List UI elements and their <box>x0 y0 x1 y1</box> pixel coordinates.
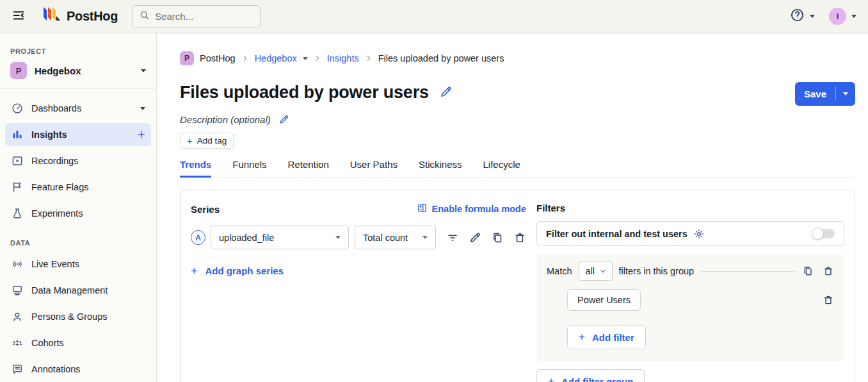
data-management-icon <box>11 284 24 297</box>
tab-lifecycle[interactable]: Lifecycle <box>483 159 520 178</box>
edit-description-pencil-icon[interactable] <box>278 114 289 125</box>
sidebar-item-cohorts[interactable]: Cohorts <box>5 331 151 354</box>
pencil-icon[interactable] <box>469 231 481 244</box>
tab-retention[interactable]: Retention <box>288 159 329 178</box>
plus-icon: + <box>548 375 554 382</box>
sidebar-item-label: Feature Flags <box>31 182 88 192</box>
query-editor-panel: Series Enable formula mode <box>180 190 855 382</box>
top-bar: PostHog I <box>0 0 868 33</box>
breadcrumb-item-hedgebox[interactable]: Hedgebox <box>255 53 297 63</box>
match-suffix-label: filters in this group <box>619 266 695 276</box>
chevron-right-icon <box>365 54 373 62</box>
tab-user-paths[interactable]: User Paths <box>350 159 398 178</box>
series-section: Series Enable formula mode <box>181 190 536 382</box>
tab-trends[interactable]: Trends <box>180 159 211 178</box>
chevron-down-icon <box>335 236 341 239</box>
add-tag-label: Add tag <box>197 136 227 145</box>
filter-icon[interactable] <box>446 231 459 244</box>
breadcrumb-item-insights[interactable]: Insights <box>327 53 359 63</box>
posthog-logo[interactable]: PostHog <box>42 7 118 26</box>
internal-users-filter-row: Filter out internal and test users <box>536 221 844 246</box>
new-insight-plus-icon[interactable]: + <box>138 128 145 141</box>
cohort-filter-chip[interactable]: Power Users <box>567 289 641 311</box>
page-title: Files uploaded by power users <box>180 82 429 103</box>
sidebar-section-project: PROJECT <box>10 47 146 55</box>
sidebar-section-data: DATA <box>10 239 146 247</box>
add-graph-series-label: Add graph series <box>205 265 284 276</box>
sidebar-item-feature-flags[interactable]: Feature Flags <box>5 176 151 199</box>
logo-wordmark: PostHog <box>67 9 118 24</box>
tab-funnels[interactable]: Funnels <box>232 159 266 178</box>
enable-formula-mode-link[interactable]: Enable formula mode <box>417 203 526 215</box>
help-menu[interactable] <box>790 8 815 25</box>
sidebar-item-data-management[interactable]: Data Management <box>5 279 151 302</box>
search-icon <box>139 10 150 23</box>
trash-icon[interactable] <box>823 265 834 277</box>
project-name: Hedgebox <box>35 65 133 76</box>
flag-icon <box>11 181 24 194</box>
filters-heading: Filters <box>536 203 844 213</box>
chevron-down-icon <box>599 267 607 275</box>
aggregation-select[interactable]: Total count <box>355 226 436 249</box>
duplicate-icon[interactable] <box>491 231 504 244</box>
sidebar-item-label: Annotations <box>31 364 81 374</box>
breadcrumb-project-caret-icon[interactable] <box>303 57 308 60</box>
sidebar-item-label: Cohorts <box>31 338 64 348</box>
add-filter-button[interactable]: + Add filter <box>567 325 646 349</box>
sidebar-item-experiments[interactable]: Experiments <box>5 202 151 225</box>
breadcrumb-item-posthog[interactable]: PostHog <box>200 53 236 63</box>
account-menu[interactable]: I <box>829 8 856 25</box>
sidebar-item-dashboards[interactable]: Dashboards <box>5 97 151 120</box>
cohorts-icon <box>11 336 24 349</box>
enable-formula-mode-label: Enable formula mode <box>432 204 526 214</box>
filter-chip-row: Power Users <box>567 289 834 311</box>
save-options-button[interactable] <box>836 92 855 96</box>
add-filter-group-button[interactable]: + Add filter group <box>536 369 645 382</box>
formula-icon <box>417 203 428 215</box>
sidebar-item-label: Recordings <box>31 156 78 166</box>
bar-chart-icon <box>11 128 24 141</box>
main-content: P PostHog Hedgebox Insights Files upload… <box>157 33 868 382</box>
add-graph-series-button[interactable]: + Add graph series <box>191 265 526 276</box>
global-search[interactable] <box>132 5 261 28</box>
sidebar-item-insights[interactable]: Insights + <box>5 123 151 146</box>
match-prefix-label: Match <box>547 266 572 276</box>
save-button[interactable]: Save <box>795 82 855 106</box>
sidebar-item-persons-groups[interactable]: Persons & Groups <box>5 305 151 328</box>
gear-icon[interactable] <box>693 228 705 240</box>
project-switcher[interactable]: P Hedgebox <box>0 61 156 80</box>
project-badge: P <box>10 62 27 79</box>
tab-stickiness[interactable]: Stickiness <box>419 159 462 178</box>
add-filter-label: Add filter <box>592 332 634 343</box>
sidebar-item-label: Dashboards <box>31 103 81 113</box>
plus-icon: + <box>191 266 198 276</box>
sidebar-item-live-events[interactable]: Live Events <box>5 253 151 276</box>
add-tag-button[interactable]: + Add tag <box>180 133 234 149</box>
annotations-icon <box>11 363 24 376</box>
account-caret-icon <box>851 15 856 18</box>
help-caret-icon <box>810 15 815 18</box>
app-shell: PROJECT P Hedgebox Dashboards <box>0 33 868 382</box>
chevron-down-icon <box>422 236 428 239</box>
sidebar-item-label: Persons & Groups <box>31 311 107 322</box>
save-caret-icon <box>843 92 848 96</box>
collapse-sidebar-button[interactable] <box>12 8 26 24</box>
sidebar-divider <box>0 88 156 89</box>
series-row-actions <box>446 231 526 244</box>
help-icon <box>790 8 805 25</box>
duplicate-icon[interactable] <box>802 265 814 277</box>
event-select[interactable]: uploaded_file <box>211 226 349 249</box>
sidebar-item-annotations[interactable]: Annotations <box>5 358 151 381</box>
match-type-select[interactable]: all <box>579 262 613 281</box>
internal-users-toggle[interactable] <box>812 229 835 238</box>
edit-title-pencil-icon[interactable] <box>439 85 453 101</box>
trash-icon[interactable] <box>823 294 834 306</box>
trash-icon[interactable] <box>513 231 526 244</box>
breadcrumb-item-current: Files uploaded by power users <box>378 53 504 63</box>
search-input[interactable] <box>155 11 245 22</box>
match-type-value: all <box>586 266 595 276</box>
chevron-right-icon <box>314 54 321 62</box>
description-placeholder: Description (optional) <box>180 114 271 125</box>
description-row: Description (optional) <box>180 114 855 125</box>
sidebar-item-recordings[interactable]: Recordings <box>5 149 151 172</box>
